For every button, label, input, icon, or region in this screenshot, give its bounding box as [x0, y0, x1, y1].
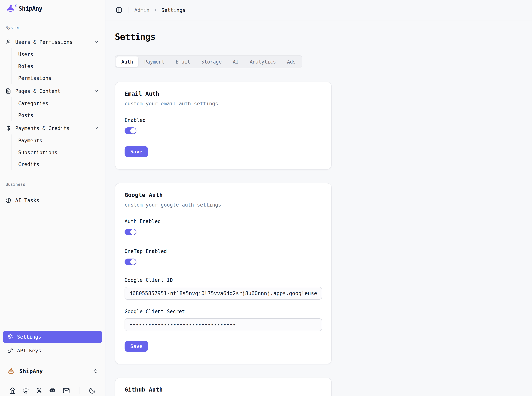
sidebar-group-label: Payments & Credits — [15, 125, 70, 131]
sidebar-item-payments[interactable]: Payments — [17, 134, 105, 146]
google-auth-enabled-toggle[interactable] — [125, 229, 137, 235]
sailboat-icon-orange — [7, 367, 15, 375]
sidebar-group-users-permissions[interactable]: Users & Permissions — [0, 36, 105, 48]
logo-superscript: 2 — [14, 3, 17, 7]
card-title: Google Auth — [125, 192, 322, 198]
home-icon[interactable] — [9, 387, 16, 394]
google-client-id-label: Google Client ID — [125, 277, 322, 283]
github-auth-card: Github Auth custom your github auth sett… — [115, 378, 332, 396]
save-button[interactable]: Save — [125, 341, 148, 352]
team-name: ShipAny — [19, 368, 43, 374]
dollar-icon — [6, 125, 11, 131]
tab-auth[interactable]: Auth — [116, 57, 138, 67]
social-divider — [79, 387, 80, 394]
section-label-system: System — [0, 25, 105, 31]
sidebar-group-ai-tasks[interactable]: AI Tasks — [0, 194, 105, 206]
sidebar-toggle-icon[interactable] — [116, 7, 122, 13]
google-client-id-input[interactable] — [125, 287, 322, 300]
topbar: Admin Settings — [105, 0, 532, 20]
sidebar-item-settings[interactable]: Settings — [3, 331, 102, 343]
sidebar-group-pages-content[interactable]: Pages & Content — [0, 85, 105, 97]
sidebar-item-subscriptions[interactable]: Subscriptions — [17, 146, 105, 158]
app-title: ShipAny — [18, 5, 42, 12]
chevron-right-icon — [153, 8, 158, 12]
team-switcher[interactable]: ShipAny — [4, 365, 101, 378]
x-twitter-icon[interactable] — [36, 387, 42, 394]
tab-storage[interactable]: Storage — [196, 57, 227, 67]
sidebar-sublist-users: Users Roles Permissions — [11, 48, 105, 84]
auth-enabled-label: Auth Enabled — [125, 218, 322, 224]
discord-icon[interactable] — [49, 387, 56, 394]
sidebar-group-label: Pages & Content — [15, 88, 61, 94]
topbar-divider — [128, 7, 128, 13]
email-auth-card: Email Auth custom your email auth settin… — [115, 82, 332, 169]
theme-toggle-moon-icon[interactable] — [89, 387, 96, 394]
sidebar-item-permissions[interactable]: Permissions — [17, 72, 105, 84]
settings-tabbar: Auth Payment Email Storage AI Analytics … — [115, 55, 302, 68]
github-icon[interactable] — [23, 387, 29, 394]
brain-icon — [6, 198, 11, 203]
tab-payment[interactable]: Payment — [139, 57, 170, 67]
tab-ai[interactable]: AI — [228, 57, 244, 67]
enabled-label: Enabled — [125, 117, 322, 123]
card-subtitle: custom your email auth settings — [125, 101, 322, 106]
card-subtitle: custom your google auth settings — [125, 202, 322, 208]
tab-email[interactable]: Email — [170, 57, 195, 67]
file-text-icon — [6, 88, 11, 94]
breadcrumb-current: Settings — [161, 7, 185, 13]
chevron-down-icon — [94, 126, 99, 131]
sidebar-item-posts[interactable]: Posts — [17, 109, 105, 121]
google-onetap-enabled-toggle[interactable] — [125, 259, 137, 265]
mail-icon[interactable] — [63, 387, 70, 394]
email-enabled-toggle[interactable] — [125, 128, 137, 134]
chevron-down-icon — [94, 40, 99, 44]
sailboat-logo-icon: 2 — [6, 4, 15, 13]
sidebar-item-roles[interactable]: Roles — [17, 60, 105, 72]
sidebar-group-payments-credits[interactable]: Payments & Credits — [0, 122, 105, 134]
sidebar: 2 ShipAny System Users & Permissions Use… — [0, 0, 105, 396]
tab-ads[interactable]: Ads — [282, 57, 301, 67]
chevron-down-icon — [94, 89, 99, 93]
card-title: Email Auth — [125, 90, 322, 97]
sidebar-sublist-payments: Payments Subscriptions Credits — [11, 134, 105, 170]
sidebar-item-label: Settings — [17, 334, 41, 340]
sidebar-group-label: Users & Permissions — [15, 39, 73, 45]
chevrons-up-down-icon — [93, 368, 98, 374]
sidebar-bottom: Settings API Keys ShipAny — [0, 331, 105, 396]
sidebar-nav: Users & Permissions Users Roles Permissi… — [0, 31, 105, 206]
tab-analytics[interactable]: Analytics — [245, 57, 281, 67]
main-area: Admin Settings Settings Auth Payment Ema… — [105, 0, 532, 396]
sidebar-item-api-keys[interactable]: API Keys — [3, 344, 102, 357]
google-client-secret-input[interactable] — [125, 318, 322, 331]
section-label-business: Business — [0, 182, 105, 188]
key-icon — [7, 348, 13, 353]
card-title: Github Auth — [125, 386, 322, 393]
google-auth-card: Google Auth custom your google auth sett… — [115, 183, 332, 364]
onetap-enabled-label: OneTap Enabled — [125, 248, 322, 254]
sidebar-group-label: AI Tasks — [15, 198, 39, 203]
settings-content: Settings Auth Payment Email Storage AI A… — [105, 20, 532, 396]
sidebar-item-credits[interactable]: Credits — [17, 158, 105, 170]
social-links-row — [0, 385, 105, 396]
breadcrumb-admin[interactable]: Admin — [134, 7, 149, 13]
sidebar-sublist-pages: Categories Posts — [11, 97, 105, 121]
gear-icon — [7, 334, 13, 339]
google-client-secret-label: Google Client Secret — [125, 309, 322, 314]
save-button[interactable]: Save — [125, 146, 148, 157]
user-icon — [6, 39, 11, 45]
page-title: Settings — [115, 32, 532, 42]
sidebar-item-label: API Keys — [17, 348, 41, 354]
sidebar-item-categories[interactable]: Categories — [17, 97, 105, 109]
app-logo[interactable]: 2 ShipAny — [0, 3, 105, 14]
breadcrumb: Admin Settings — [134, 7, 185, 13]
sidebar-item-users[interactable]: Users — [17, 48, 105, 60]
